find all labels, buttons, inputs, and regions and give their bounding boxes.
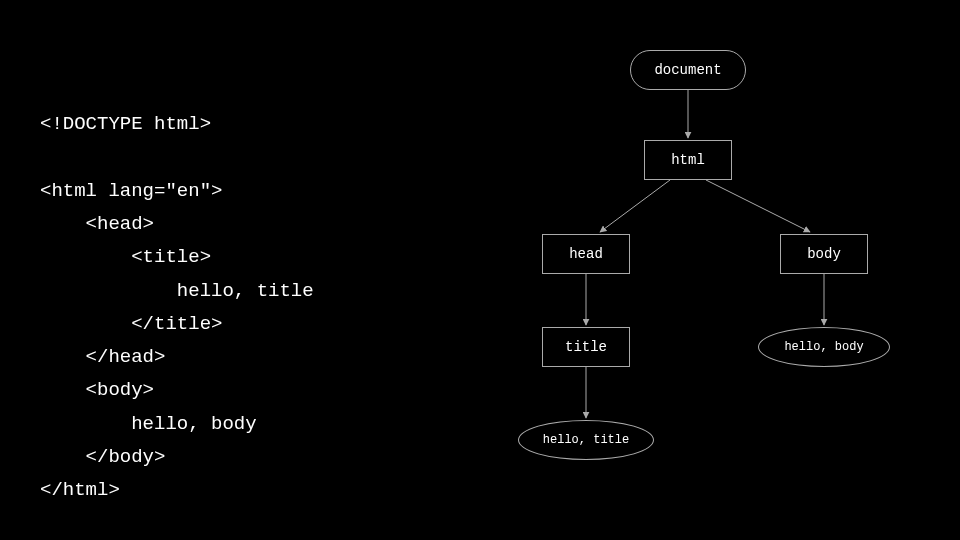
- node-document: document: [630, 50, 746, 90]
- node-title: title: [542, 327, 630, 367]
- node-head: head: [542, 234, 630, 274]
- node-label: hello, title: [543, 433, 629, 447]
- code-line: </title>: [40, 313, 222, 335]
- code-line: <!DOCTYPE html>: [40, 113, 211, 135]
- code-line: hello, body: [40, 413, 257, 435]
- node-label: body: [807, 246, 841, 262]
- svg-line-1: [600, 180, 670, 232]
- node-text-title: hello, title: [518, 420, 654, 460]
- node-label: document: [654, 62, 721, 78]
- code-line: hello, title: [40, 280, 314, 302]
- node-label: html: [671, 152, 705, 168]
- code-line: <title>: [40, 246, 211, 268]
- html-source-code: <!DOCTYPE html> <html lang="en"> <head> …: [40, 75, 314, 507]
- node-text-body: hello, body: [758, 327, 890, 367]
- node-body: body: [780, 234, 868, 274]
- node-label: title: [565, 339, 607, 355]
- dom-tree-diagram: document html head body title hello, tit…: [470, 40, 940, 500]
- node-label: head: [569, 246, 603, 262]
- code-line: </body>: [40, 446, 165, 468]
- code-line: <html lang="en">: [40, 180, 222, 202]
- code-line: </html>: [40, 479, 120, 501]
- code-line: <head>: [40, 213, 154, 235]
- svg-line-2: [706, 180, 810, 232]
- node-html: html: [644, 140, 732, 180]
- node-label: hello, body: [784, 340, 863, 354]
- code-line: <body>: [40, 379, 154, 401]
- code-line: </head>: [40, 346, 165, 368]
